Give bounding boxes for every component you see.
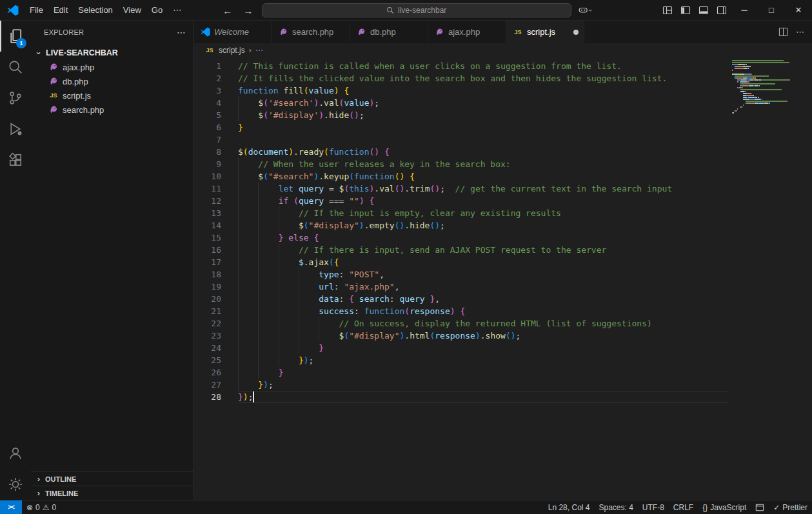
line-number[interactable]: 17: [194, 256, 238, 268]
code-line[interactable]: function fill(value) {: [238, 84, 728, 97]
code-line[interactable]: success: function(response) {: [238, 305, 728, 317]
problems-button[interactable]: ⊗ 0 ⚠ 0: [22, 500, 61, 514]
code-line[interactable]: data: { search: query },: [238, 293, 728, 305]
customize-layout-button[interactable]: [659, 0, 677, 21]
navigate-forward-button[interactable]: →: [241, 5, 255, 16]
line-number[interactable]: 25: [194, 354, 238, 366]
code-line[interactable]: });: [238, 354, 728, 366]
line-number[interactable]: 21: [194, 305, 238, 317]
code-line[interactable]: }: [238, 366, 728, 379]
line-number[interactable]: 2: [194, 72, 238, 84]
modified-dot-icon[interactable]: [573, 30, 579, 35]
line-number[interactable]: 19: [194, 281, 238, 293]
code-line[interactable]: // When the user releases a key in the s…: [238, 158, 728, 170]
menu-edit[interactable]: Edit: [48, 0, 73, 21]
line-number[interactable]: 5: [194, 109, 238, 121]
tab-welcome[interactable]: Welcome: [194, 21, 272, 43]
code-line[interactable]: });: [238, 379, 728, 391]
code-line[interactable]: $(document).ready(function() {: [238, 146, 728, 158]
code-line[interactable]: $.ajax({: [238, 256, 728, 268]
remote-indicator-button[interactable]: ><: [0, 500, 22, 514]
line-number[interactable]: 11: [194, 183, 238, 195]
file-item-search-php[interactable]: search.php: [31, 103, 193, 117]
indentation-button[interactable]: Spaces: 4: [594, 500, 637, 514]
code-line[interactable]: [238, 133, 728, 146]
file-item-db-php[interactable]: db.php: [31, 74, 193, 88]
tab-script-js[interactable]: JS script.js: [506, 21, 584, 43]
tab-ajax-php[interactable]: ajax.php: [428, 21, 506, 43]
close-button[interactable]: ✕: [785, 0, 812, 21]
activity-accounts-button[interactable]: [0, 438, 31, 469]
line-number[interactable]: 9: [194, 158, 238, 170]
minimize-button[interactable]: ─: [731, 0, 758, 21]
activity-explorer-button[interactable]: 1: [0, 21, 31, 52]
code-line[interactable]: url: "ajax.php",: [238, 281, 728, 293]
live-preview-button[interactable]: [751, 500, 769, 514]
file-item-script-js[interactable]: JS script.js: [31, 88, 193, 103]
activity-run-debug-button[interactable]: [0, 114, 31, 144]
toggle-primary-sidebar-button[interactable]: [677, 0, 695, 21]
activity-settings-button[interactable]: [0, 469, 31, 500]
line-number[interactable]: 13: [194, 207, 238, 219]
breadcrumb-file[interactable]: script.js: [219, 46, 245, 55]
code-line[interactable]: $("#display").html(response).show();: [238, 330, 728, 342]
code-line[interactable]: // This function is called when a user c…: [238, 60, 728, 72]
line-number[interactable]: 24: [194, 342, 238, 354]
line-number[interactable]: 14: [194, 219, 238, 232]
breadcrumb-symbol[interactable]: ⋯: [255, 46, 263, 55]
line-number[interactable]: 3: [194, 84, 238, 97]
cursor-position-button[interactable]: Ln 28, Col 4: [544, 500, 595, 514]
minimap[interactable]: [732, 60, 803, 114]
line-number[interactable]: 20: [194, 293, 238, 305]
command-center-search[interactable]: live-searchbar: [262, 3, 571, 17]
formatter-button[interactable]: ✓ Prettier: [769, 500, 812, 514]
line-number[interactable]: 1: [194, 60, 238, 72]
activity-source-control-button[interactable]: [0, 83, 31, 114]
line-number[interactable]: 8: [194, 146, 238, 158]
line-number[interactable]: 26: [194, 366, 238, 379]
outline-section-header[interactable]: › OUTLINE: [31, 471, 193, 486]
code-line[interactable]: let query = $(this).val().trim(); // get…: [238, 183, 728, 195]
code-line[interactable]: // It fills the clicked value into the s…: [238, 72, 728, 84]
toggle-panel-button[interactable]: [695, 0, 713, 21]
encoding-button[interactable]: UTF-8: [638, 500, 669, 514]
menu-go[interactable]: Go: [146, 0, 168, 21]
code-line[interactable]: $("#display").empty().hide();: [238, 219, 728, 232]
line-number[interactable]: 18: [194, 268, 238, 281]
menu-view[interactable]: View: [118, 0, 146, 21]
code-line[interactable]: $("#search").keyup(function() {: [238, 170, 728, 183]
more-actions-button[interactable]: ⋯: [796, 27, 804, 37]
menu-selection[interactable]: Selection: [73, 0, 117, 21]
line-number[interactable]: 4: [194, 97, 238, 109]
code-line[interactable]: // On success, display the returned HTML…: [238, 317, 728, 330]
line-number[interactable]: 23: [194, 330, 238, 342]
code-line[interactable]: }: [238, 342, 728, 354]
toggle-secondary-sidebar-button[interactable]: [713, 0, 731, 21]
language-mode-button[interactable]: {} JavaScript: [698, 500, 751, 514]
code-line[interactable]: // If there is input, send an AJAX POST …: [238, 244, 728, 256]
code-line[interactable]: // If the input is empty, clear any exis…: [238, 207, 728, 219]
line-number[interactable]: 12: [194, 195, 238, 207]
line-number[interactable]: 28: [194, 391, 238, 403]
code-line[interactable]: if (query === "") {: [238, 195, 728, 207]
folder-live-searchbar[interactable]: › LIVE-SEARCHBAR: [31, 46, 193, 60]
code-line[interactable]: $('#search').val(value);: [238, 97, 728, 109]
code-line[interactable]: type: "POST",: [238, 268, 728, 281]
split-editor-button[interactable]: [778, 27, 788, 37]
tab-db-php[interactable]: db.php: [350, 21, 428, 43]
line-number[interactable]: 16: [194, 244, 238, 256]
line-number[interactable]: 7: [194, 133, 238, 146]
activity-search-button[interactable]: [0, 52, 31, 83]
code-line[interactable]: $('#display').hide();: [238, 109, 728, 121]
code-line[interactable]: });: [238, 391, 728, 403]
line-number[interactable]: 15: [194, 232, 238, 244]
timeline-section-header[interactable]: › TIMELINE: [31, 486, 193, 500]
code-line[interactable]: } else {: [238, 232, 728, 244]
maximize-button[interactable]: □: [758, 0, 785, 21]
line-number[interactable]: 10: [194, 170, 238, 183]
line-number[interactable]: 6: [194, 121, 238, 133]
file-item-ajax-php[interactable]: ajax.php: [31, 60, 193, 74]
navigate-back-button[interactable]: ←: [221, 5, 235, 16]
line-number[interactable]: 22: [194, 317, 238, 330]
tab-search-php[interactable]: search.php: [272, 21, 350, 43]
